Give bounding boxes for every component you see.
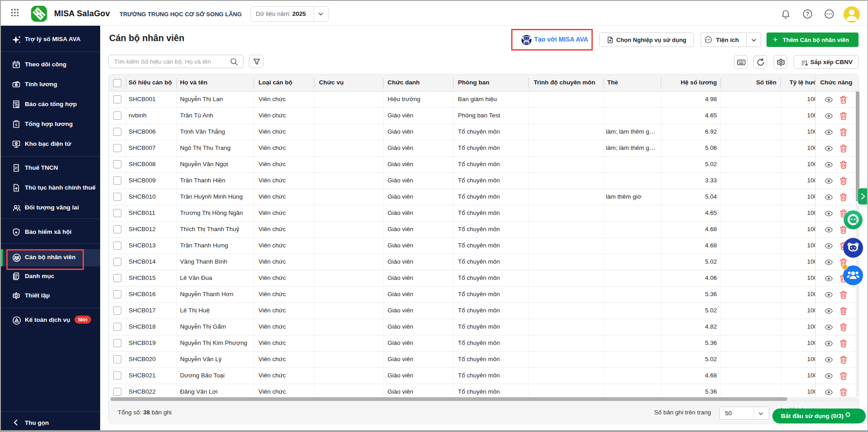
svg-text:$: $: [15, 84, 17, 86]
svg-text:$: $: [15, 123, 18, 127]
svg-text:$: $: [15, 142, 17, 145]
svg-text:?: ?: [806, 11, 809, 17]
